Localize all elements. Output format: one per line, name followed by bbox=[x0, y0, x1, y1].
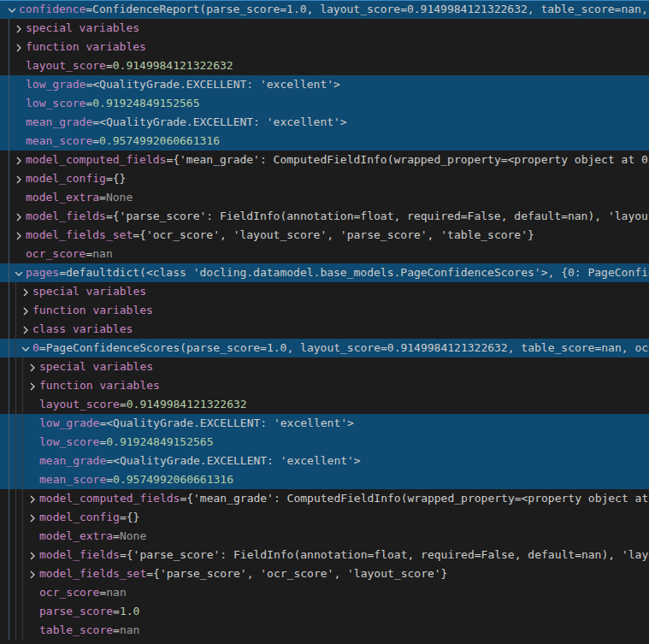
variable-name: parse_score bbox=[39, 602, 113, 621]
chevron-right-icon[interactable] bbox=[12, 154, 26, 168]
variable-row[interactable]: model_fields_set = {'parse_score', 'ocr_… bbox=[0, 564, 649, 583]
variable-row[interactable]: model_config = {} bbox=[0, 508, 649, 527]
indent-guide bbox=[15, 433, 16, 452]
twisty-spacer bbox=[26, 436, 39, 450]
equals-sign: = bbox=[39, 339, 46, 357]
equals-sign: = bbox=[113, 527, 120, 546]
twisty-spacer bbox=[26, 587, 39, 600]
variable-row[interactable]: layout_score = 0.9149984121322632 bbox=[0, 395, 649, 414]
variable-row[interactable]: confidence = ConfidenceReport(parse_scor… bbox=[0, 0, 649, 19]
equals-sign: = bbox=[166, 151, 173, 169]
chevron-right-icon[interactable] bbox=[12, 41, 26, 55]
indent-guide bbox=[22, 376, 23, 395]
variable-value: 0.91924849152565 bbox=[92, 94, 199, 113]
chevron-right-icon[interactable] bbox=[26, 511, 39, 525]
variable-row[interactable]: function variables bbox=[0, 301, 649, 320]
chevron-right-icon[interactable] bbox=[12, 210, 26, 224]
variable-row[interactable]: special variables bbox=[0, 357, 649, 376]
indent-guide bbox=[22, 508, 23, 527]
indent-guide bbox=[9, 433, 9, 452]
indent-guide bbox=[15, 376, 16, 395]
variable-row[interactable]: parse_score = 1.0 bbox=[0, 602, 649, 621]
chevron-right-icon[interactable] bbox=[26, 549, 39, 563]
variable-value: nan bbox=[92, 245, 112, 263]
variable-row[interactable]: special variables bbox=[0, 19, 649, 38]
variable-name: function variables bbox=[32, 301, 153, 320]
variable-name: pages bbox=[26, 263, 59, 282]
variable-row[interactable]: low_score = 0.91924849152565 bbox=[0, 433, 649, 452]
variable-value: {'ocr_score', 'layout_score', 'parse_sco… bbox=[139, 226, 534, 245]
variable-row[interactable]: model_extra = None bbox=[0, 527, 649, 546]
variable-row[interactable]: model_extra = None bbox=[0, 188, 649, 207]
chevron-right-icon[interactable] bbox=[26, 361, 39, 375]
variable-row[interactable]: layout_score = 0.9149984121322632 bbox=[0, 56, 649, 75]
variable-name: mean_score bbox=[26, 132, 92, 151]
chevron-right-icon[interactable] bbox=[26, 568, 39, 582]
indent-guide bbox=[22, 602, 23, 621]
variable-value: 0.91924849152565 bbox=[106, 433, 213, 452]
variable-name: mean_grade bbox=[39, 452, 106, 470]
chevron-down-icon[interactable] bbox=[12, 267, 26, 281]
variable-row[interactable]: model_computed_fields = {'mean_grade': C… bbox=[0, 151, 649, 169]
chevron-down-icon[interactable] bbox=[5, 3, 19, 17]
equals-sign: = bbox=[99, 583, 106, 602]
variable-row[interactable]: model_computed_fields = {'mean_grade': C… bbox=[0, 489, 649, 508]
indent-guide bbox=[9, 602, 9, 621]
indent-guide bbox=[22, 414, 23, 433]
variable-row[interactable]: class variables bbox=[0, 320, 649, 339]
chevron-right-icon[interactable] bbox=[26, 380, 39, 393]
variable-row[interactable]: ocr_score = nan bbox=[0, 245, 649, 263]
indent-guide bbox=[9, 508, 9, 527]
variable-row[interactable]: low_grade = <QualityGrade.EXCELLENT: 'ex… bbox=[0, 75, 649, 94]
equals-sign: = bbox=[106, 207, 113, 226]
variable-row[interactable]: ocr_score = nan bbox=[0, 583, 649, 602]
variable-row[interactable]: mean_score = 0.9574992060661316 bbox=[0, 470, 649, 489]
chevron-right-icon[interactable] bbox=[12, 229, 26, 243]
equals-sign: = bbox=[106, 452, 113, 470]
variable-row[interactable]: low_score = 0.91924849152565 bbox=[0, 94, 649, 113]
indent-guide bbox=[9, 207, 9, 226]
variable-name: ocr_score bbox=[39, 583, 99, 602]
indent-guide bbox=[9, 376, 9, 395]
twisty-spacer bbox=[12, 60, 26, 74]
variable-row[interactable]: 0 = PageConfidenceScores(parse_score=1.0… bbox=[0, 339, 649, 357]
chevron-down-icon[interactable] bbox=[19, 342, 32, 356]
variable-row[interactable]: model_config = {} bbox=[0, 169, 649, 188]
indent-guide bbox=[22, 357, 23, 376]
variable-value: nan bbox=[106, 583, 126, 602]
chevron-right-icon[interactable] bbox=[19, 304, 32, 318]
variable-row[interactable]: mean_score = 0.9574992060661316 bbox=[0, 132, 649, 151]
twisty-spacer bbox=[26, 606, 39, 619]
variable-row[interactable]: model_fields = {'parse_score': FieldInfo… bbox=[0, 546, 649, 564]
chevron-right-icon[interactable] bbox=[12, 173, 26, 186]
variable-row[interactable]: model_fields_set = {'ocr_score', 'layout… bbox=[0, 226, 649, 245]
chevron-right-icon[interactable] bbox=[12, 22, 26, 36]
variable-row[interactable]: function variables bbox=[0, 38, 649, 56]
variable-row[interactable]: model_fields = {'parse_score': FieldInfo… bbox=[0, 207, 649, 226]
variable-name: ocr_score bbox=[26, 245, 86, 263]
variable-row[interactable]: low_grade = <QualityGrade.EXCELLENT: 'ex… bbox=[0, 414, 649, 433]
variable-name: confidence bbox=[19, 0, 86, 19]
variable-name: function variables bbox=[39, 376, 160, 395]
indent-guide bbox=[22, 564, 23, 583]
variable-row[interactable]: function variables bbox=[0, 376, 649, 395]
variable-row[interactable]: mean_grade = <QualityGrade.EXCELLENT: 'e… bbox=[0, 113, 649, 132]
variable-value: None bbox=[106, 188, 133, 207]
variable-row[interactable]: table_score = nan bbox=[0, 621, 649, 640]
chevron-right-icon[interactable] bbox=[19, 323, 32, 337]
equals-sign: = bbox=[99, 188, 106, 207]
variable-row[interactable]: special variables bbox=[0, 282, 649, 301]
indent-guide bbox=[9, 282, 9, 301]
variable-row[interactable]: mean_grade = <QualityGrade.EXCELLENT: 'e… bbox=[0, 452, 649, 470]
indent-guide bbox=[9, 245, 9, 263]
variable-name: class variables bbox=[32, 320, 133, 339]
chevron-right-icon[interactable] bbox=[19, 286, 32, 299]
indent-guide bbox=[15, 452, 16, 470]
indent-guide bbox=[15, 489, 16, 508]
indent-guide bbox=[22, 452, 23, 470]
equals-sign: = bbox=[92, 113, 99, 132]
variable-row[interactable]: pages = defaultdict(<class 'docling.data… bbox=[0, 263, 649, 282]
indent-guide bbox=[9, 339, 9, 357]
chevron-right-icon[interactable] bbox=[26, 493, 39, 506]
variable-name: table_score bbox=[39, 621, 113, 640]
